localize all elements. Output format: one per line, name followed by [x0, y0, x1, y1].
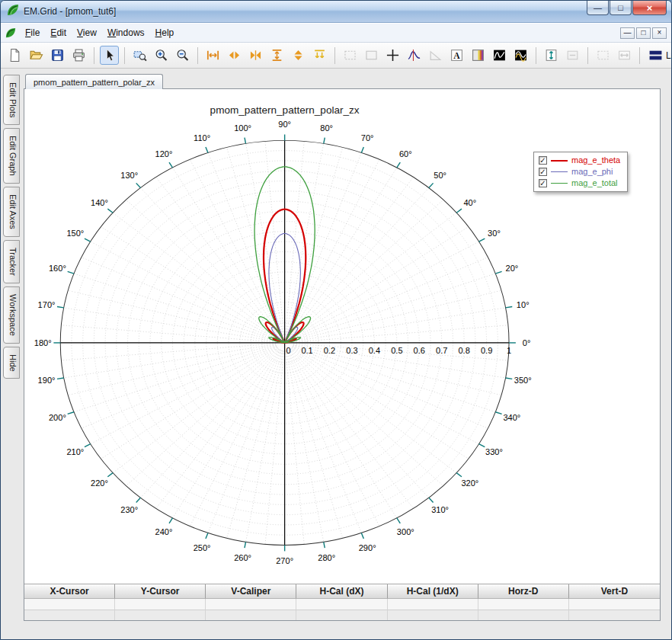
layout-icon — [648, 48, 663, 62]
print-button[interactable] — [69, 46, 88, 65]
svg-text:20°: 20° — [506, 264, 519, 273]
legend-label: mag_e_phi — [571, 168, 613, 176]
side-tab-hide[interactable]: Hide — [3, 347, 20, 379]
app-icon — [7, 4, 19, 19]
svg-text:300°: 300° — [397, 527, 414, 536]
maximize-button[interactable]: □ — [610, 1, 632, 15]
chart-title: pmom_pattern_pattern_polar_zx — [210, 104, 360, 116]
text-tool-icon: A — [450, 48, 464, 62]
svg-text:0.1: 0.1 — [301, 346, 312, 355]
menu-file[interactable]: File — [20, 26, 45, 40]
readout-col-header: Vert-D — [569, 584, 660, 599]
toolbar-separator — [536, 47, 536, 64]
legend-label: mag_e_total — [571, 179, 618, 187]
svg-text:0.5: 0.5 — [391, 346, 402, 355]
waveform2-tool-button[interactable] — [511, 46, 530, 65]
readout-cell — [569, 610, 660, 620]
menu-view[interactable]: View — [72, 26, 102, 40]
side-tab-tracker[interactable]: Tracker — [3, 240, 20, 283]
autoscale-y-icon — [312, 48, 327, 62]
side-tab-edit-axes[interactable]: Edit Axes — [3, 187, 20, 237]
fit-x-axis-button — [615, 46, 634, 65]
readout-cell — [115, 599, 206, 610]
document-tab-row: pmom_pattern_pattern_polar_zx — [24, 71, 661, 88]
side-tab-workspace[interactable]: Workspace — [3, 286, 20, 344]
mdi-restore-button[interactable]: □ — [636, 27, 651, 39]
readout-cell — [206, 599, 296, 610]
link-axes-button — [563, 46, 582, 65]
menu-windows[interactable]: Windows — [102, 26, 150, 40]
toolbar: ALayout — [1, 43, 671, 69]
svg-text:80°: 80° — [320, 123, 333, 133]
zoom-out-button[interactable] — [173, 46, 192, 65]
mdi-close-button[interactable]: × — [652, 27, 667, 39]
document-tab[interactable]: pmom_pattern_pattern_polar_zx — [25, 74, 163, 89]
open-file-button[interactable] — [27, 46, 46, 65]
text-tool-button[interactable]: A — [447, 46, 466, 65]
svg-text:340°: 340° — [503, 413, 520, 422]
slope-tool-icon — [428, 48, 443, 62]
zoom-in-button[interactable] — [152, 46, 171, 65]
toolbar-separator — [94, 47, 94, 64]
legend-checkbox-mag_e_total[interactable]: ✓ — [539, 179, 547, 187]
minimize-button[interactable]: — — [587, 1, 609, 15]
crosshair-tool-button[interactable] — [383, 46, 402, 65]
rectangle-tool-icon — [364, 48, 379, 62]
mdi-minimize-button[interactable]: — — [620, 27, 635, 39]
readout-cell — [478, 610, 569, 620]
titlebar[interactable]: EM.Grid - [pmom_tut6] — □ × — [1, 1, 671, 23]
legend-checkbox-mag_e_phi[interactable]: ✓ — [539, 168, 547, 176]
svg-text:0.2: 0.2 — [324, 346, 335, 355]
tracker-tool-button[interactable] — [405, 46, 424, 65]
svg-text:0.3: 0.3 — [346, 346, 357, 355]
svg-text:160°: 160° — [49, 264, 66, 273]
fit-width-button[interactable] — [203, 46, 222, 65]
fit-width-icon — [206, 48, 220, 62]
svg-text:0.7: 0.7 — [436, 346, 447, 355]
menu-help[interactable]: Help — [150, 26, 180, 40]
pan-y-button[interactable] — [289, 46, 308, 65]
readout-table: X-CursorY-CursorV-CaliperH-Cal (dX)H-Cal… — [24, 584, 660, 620]
side-tab-edit-plots[interactable]: Edit Plots — [3, 75, 20, 125]
side-tab-strip: Edit PlotsEdit GraphEdit AxesTrackerWork… — [1, 69, 22, 639]
pointer-tool-button[interactable] — [100, 46, 119, 65]
fit-height-icon — [270, 48, 284, 62]
menu-bar: FileEditViewWindowsHelp — □ × — [1, 23, 671, 43]
center-x-button[interactable] — [246, 46, 265, 65]
waveform-tool-icon — [492, 48, 507, 62]
legend: ✓mag_e_theta✓mag_e_phi✓mag_e_total — [533, 152, 628, 192]
document-tab-label: pmom_pattern_pattern_polar_zx — [34, 78, 155, 87]
autoscale-y-button[interactable] — [310, 46, 329, 65]
center-x-icon — [248, 48, 263, 62]
fit-height-button[interactable] — [267, 46, 286, 65]
close-button[interactable]: × — [632, 1, 667, 15]
save-button[interactable] — [48, 46, 67, 65]
pan-y-icon — [291, 48, 306, 62]
fit-y-axis-button[interactable] — [542, 46, 561, 65]
app-window: EM.Grid - [pmom_tut6] — □ × FileEditView… — [0, 0, 672, 640]
waveform-tool-button[interactable] — [490, 46, 509, 65]
svg-text:130°: 130° — [120, 171, 138, 180]
rectangle-tool-button — [362, 46, 381, 65]
pan-x-button[interactable] — [225, 46, 244, 65]
readout-col-header: Y-Cursor — [115, 584, 206, 599]
readout-row — [24, 610, 660, 620]
svg-text:190°: 190° — [38, 376, 56, 385]
new-document-button[interactable] — [5, 46, 24, 65]
readout-col-header: Horz-D — [478, 584, 569, 599]
svg-text:140°: 140° — [91, 198, 108, 207]
plot-area[interactable]: 0°10°20°30°40°50°60°70°80°90°100°110°120… — [24, 89, 660, 584]
svg-text:0.4: 0.4 — [369, 346, 380, 355]
layout-button[interactable]: Layout — [645, 46, 671, 65]
colormap-tool-button[interactable] — [469, 46, 488, 65]
select-box-icon — [596, 48, 610, 62]
readout-col-header: H-Cal (1/dX) — [388, 584, 478, 599]
menu-edit[interactable]: Edit — [45, 26, 72, 40]
pan-x-icon — [227, 48, 242, 62]
svg-text:40°: 40° — [463, 198, 476, 207]
svg-text:200°: 200° — [49, 413, 66, 422]
legend-checkbox-mag_e_theta[interactable]: ✓ — [539, 156, 547, 165]
side-tab-edit-graph[interactable]: Edit Graph — [3, 128, 20, 184]
zoom-window-button[interactable] — [130, 46, 149, 65]
legend-line-sample — [551, 183, 568, 184]
